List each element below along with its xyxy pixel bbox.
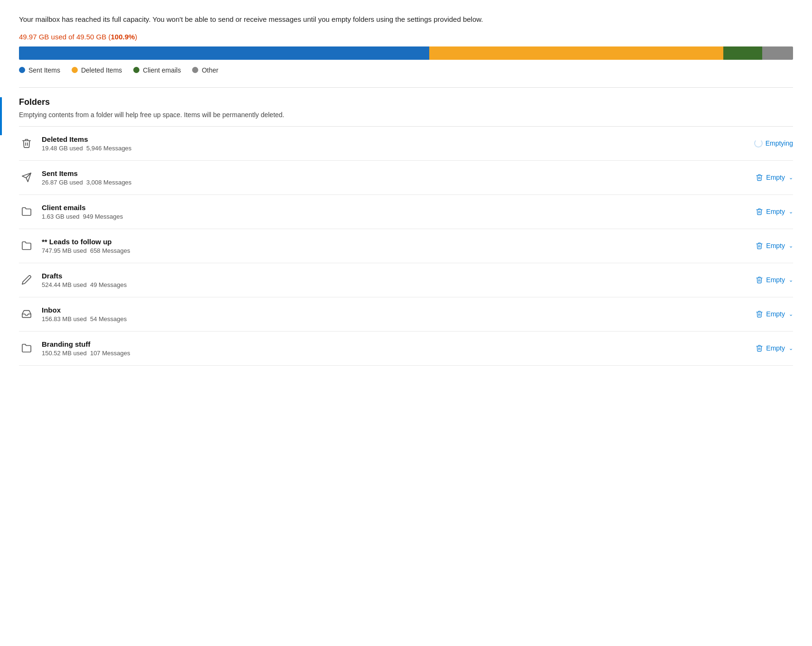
folder-info-client: Client emails 1.63 GB used 949 Messages: [42, 203, 733, 220]
folder-meta-deleted: 19.48 GB used 5,946 Messages: [42, 145, 733, 152]
folder-info-deleted: Deleted Items 19.48 GB used 5,946 Messag…: [42, 135, 733, 152]
segment-other: [762, 46, 793, 60]
chevron-down-icon: ⌄: [789, 175, 793, 181]
trash-action-icon: [756, 174, 763, 181]
folder-info-leads: ** Leads to follow up 747.95 MB used 658…: [42, 238, 733, 254]
empty-label-drafts: Empty: [766, 276, 785, 284]
folder-meta-leads: 747.95 MB used 658 Messages: [42, 247, 733, 254]
empty-label-sent: Empty: [766, 174, 785, 181]
segment-sent-items: [19, 46, 429, 60]
folder-name-client: Client emails: [42, 203, 733, 212]
legend-label-deleted: Deleted Items: [81, 66, 122, 74]
folders-section: Folders Emptying contents from a folder …: [19, 97, 793, 366]
empty-action-drafts[interactable]: Empty ⌄: [741, 276, 793, 284]
spinner-icon: [754, 139, 763, 148]
trash-action-icon: [756, 208, 763, 215]
folder-info-sent: Sent Items 26.87 GB used 3,008 Messages: [42, 169, 733, 186]
folder-meta-drafts: 524.44 MB used 49 Messages: [42, 281, 733, 288]
inbox-icon: [19, 306, 34, 322]
segment-deleted-items: [429, 46, 723, 60]
list-item: Drafts 524.44 MB used 49 Messages Empty …: [19, 263, 793, 297]
legend-item-deleted: Deleted Items: [72, 66, 122, 74]
trash-action-icon: [756, 276, 763, 284]
folder-icon-client: [19, 204, 34, 219]
legend-label-client: Client emails: [143, 66, 181, 74]
legend-dot-other: [192, 67, 198, 73]
chevron-down-icon: ⌄: [789, 277, 793, 283]
trash-action-icon: [756, 344, 763, 352]
left-accent-bar: [0, 97, 2, 135]
empty-action-branding[interactable]: Empty ⌄: [741, 344, 793, 352]
empty-action-client[interactable]: Empty ⌄: [741, 208, 793, 215]
warning-text: Your mailbox has reached its full capaci…: [19, 14, 793, 25]
chevron-down-icon: ⌄: [789, 209, 793, 215]
legend-dot-sent: [19, 67, 25, 73]
empty-label-branding: Empty: [766, 344, 785, 352]
folders-title: Folders: [19, 97, 793, 107]
list-item: Deleted Items 19.48 GB used 5,946 Messag…: [19, 127, 793, 161]
folder-name-drafts: Drafts: [42, 272, 733, 280]
list-item: ** Leads to follow up 747.95 MB used 658…: [19, 229, 793, 263]
chevron-down-icon: ⌄: [789, 311, 793, 317]
storage-progress-bar: [19, 46, 793, 60]
folder-icon-branding: [19, 341, 34, 356]
usage-line: 49.97 GB used of 49.50 GB (100.9%): [19, 33, 793, 41]
empty-label-leads: Empty: [766, 242, 785, 249]
pencil-icon: [19, 272, 34, 287]
chevron-down-icon: ⌄: [789, 345, 793, 351]
folder-name-branding: Branding stuff: [42, 340, 733, 348]
legend-dot-client: [133, 67, 139, 73]
folder-meta-sent: 26.87 GB used 3,008 Messages: [42, 179, 733, 186]
empty-action-sent[interactable]: Empty ⌄: [741, 174, 793, 181]
legend-label-sent: Sent Items: [28, 66, 60, 74]
trash-icon: [19, 136, 34, 151]
folder-meta-inbox: 156.83 MB used 54 Messages: [42, 315, 733, 323]
folder-meta-client: 1.63 GB used 949 Messages: [42, 213, 733, 220]
main-container: Your mailbox has reached its full capaci…: [0, 0, 812, 380]
folders-description: Emptying contents from a folder will hel…: [19, 111, 793, 127]
legend: Sent Items Deleted Items Client emails O…: [19, 66, 793, 74]
list-item: Branding stuff 150.52 MB used 107 Messag…: [19, 332, 793, 366]
list-item: Sent Items 26.87 GB used 3,008 Messages …: [19, 161, 793, 195]
legend-item-sent: Sent Items: [19, 66, 60, 74]
legend-dot-deleted: [72, 67, 78, 73]
usage-amount: 49.97 GB used of 49.50 GB (100.9%): [19, 33, 137, 41]
folder-name-deleted: Deleted Items: [42, 135, 733, 143]
folder-name-leads: ** Leads to follow up: [42, 238, 733, 246]
list-item: Inbox 156.83 MB used 54 Messages Empty ⌄: [19, 297, 793, 332]
legend-label-other: Other: [202, 66, 218, 74]
folder-info-branding: Branding stuff 150.52 MB used 107 Messag…: [42, 340, 733, 357]
chevron-down-icon: ⌄: [789, 243, 793, 249]
top-divider: [19, 87, 793, 88]
empty-action-deleted[interactable]: Emptying: [741, 139, 793, 148]
list-item: Client emails 1.63 GB used 949 Messages …: [19, 195, 793, 229]
trash-action-icon: [756, 242, 763, 249]
folder-list: Deleted Items 19.48 GB used 5,946 Messag…: [19, 127, 793, 366]
folder-info-drafts: Drafts 524.44 MB used 49 Messages: [42, 272, 733, 288]
folder-meta-branding: 150.52 MB used 107 Messages: [42, 350, 733, 357]
emptying-label: Emptying: [766, 139, 793, 147]
folder-name-sent: Sent Items: [42, 169, 733, 177]
trash-action-icon: [756, 310, 763, 318]
empty-action-inbox[interactable]: Empty ⌄: [741, 310, 793, 318]
empty-label-client: Empty: [766, 208, 785, 215]
folder-name-inbox: Inbox: [42, 306, 733, 314]
legend-item-other: Other: [192, 66, 218, 74]
segment-client-emails: [723, 46, 762, 60]
folder-info-inbox: Inbox 156.83 MB used 54 Messages: [42, 306, 733, 323]
empty-label-inbox: Empty: [766, 310, 785, 318]
legend-item-client: Client emails: [133, 66, 181, 74]
send-icon: [19, 170, 34, 185]
empty-action-leads[interactable]: Empty ⌄: [741, 242, 793, 249]
folder-icon-leads: [19, 238, 34, 253]
usage-percent: 100.9%: [111, 33, 135, 41]
